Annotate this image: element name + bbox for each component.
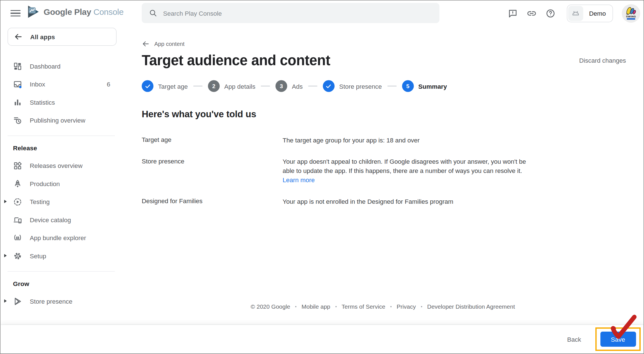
logo-text-console: Console — [93, 7, 124, 16]
step-number-circle: 3 — [276, 80, 287, 92]
footer-separator-dot — [390, 306, 392, 307]
discard-changes-button[interactable]: Discard changes — [578, 54, 627, 67]
sidebar-item-app-bundle-explorer[interactable]: App bundle explorer — [1, 229, 122, 247]
feedback-icon[interactable] — [508, 8, 518, 18]
row-value: Your app is not enrolled in the Designed… — [283, 197, 453, 206]
testing-icon — [13, 197, 22, 206]
avatar-banner — [627, 18, 635, 20]
setup-gear-icon — [13, 251, 22, 261]
footer-link-dda[interactable]: Developer Distribution Agreement — [427, 303, 515, 310]
summary-heading: Here's what you've told us — [142, 109, 627, 120]
sidebar-divider — [8, 136, 115, 136]
step-connector — [261, 86, 270, 86]
row-label: Store presence — [142, 157, 283, 185]
learn-more-link[interactable]: Learn more — [283, 175, 315, 185]
bar-chart-icon — [13, 98, 22, 107]
play-logo-icon — [27, 5, 40, 18]
step-connector — [308, 86, 317, 86]
back-arrow-icon — [142, 40, 150, 48]
top-bar-actions: Demo SWING — [508, 1, 640, 26]
publishing-overview-icon — [13, 116, 22, 125]
sidebar-item-dashboard[interactable]: Dashboard — [1, 57, 122, 75]
device-catalog-icon — [13, 215, 22, 224]
inbox-count-badge: 6 — [107, 81, 110, 88]
copyright-text: © 2020 Google — [251, 303, 290, 310]
footer-separator-dot — [335, 306, 337, 307]
sidebar-item-publishing-overview[interactable]: Publishing overview — [1, 111, 122, 130]
row-value: The target age group for your app is: 18… — [283, 136, 420, 145]
breadcrumb[interactable]: App content — [142, 40, 184, 48]
sidebar: All apps Dashboard Inbox 6 — [1, 26, 122, 325]
footer-link-terms[interactable]: Terms of Service — [342, 303, 385, 310]
sidebar-item-production[interactable]: Production — [1, 175, 122, 193]
step-done-check-icon — [323, 80, 335, 92]
avatar[interactable]: SWING — [622, 4, 640, 22]
page-title: Target audience and content — [142, 52, 330, 69]
back-button[interactable]: Back — [560, 332, 589, 347]
row-label: Designed for Families — [142, 197, 283, 206]
main-content: App content Target audience and content … — [122, 26, 644, 325]
search-input[interactable] — [163, 10, 440, 17]
sidebar-item-testing[interactable]: Testing — [1, 193, 122, 211]
avatar-text: SWING — [622, 15, 640, 18]
save-button[interactable]: Save — [600, 332, 636, 347]
summary-row-store-presence: Store presence Your app doesn't appeal t… — [142, 157, 627, 185]
stepper-step-app-details[interactable]: 2 App details — [208, 80, 255, 92]
inbox-icon — [13, 79, 22, 89]
sidebar-section-release: Release — [1, 142, 122, 157]
row-label: Target age — [142, 136, 283, 145]
stepper: Target age 2 App details 3 Ads — [142, 80, 627, 92]
all-apps-button[interactable]: All apps — [8, 28, 117, 46]
google-play-console-logo: Google Play Console — [27, 5, 124, 18]
sidebar-item-label: Production — [30, 180, 110, 187]
sidebar-item-statistics[interactable]: Statistics — [1, 93, 122, 111]
step-done-check-icon — [142, 80, 153, 92]
stepper-step-target-age[interactable]: Target age — [142, 80, 188, 92]
footer-link-privacy[interactable]: Privacy — [397, 303, 416, 310]
hamburger-menu-icon[interactable] — [11, 9, 21, 18]
app-android-icon — [568, 6, 583, 21]
summary-row-designed-for-families: Designed for Families Your app is not en… — [142, 197, 627, 206]
search-bar[interactable] — [142, 3, 439, 23]
stepper-step-ads[interactable]: 3 Ads — [276, 80, 303, 92]
all-apps-label: All apps — [30, 33, 55, 41]
step-connector — [193, 86, 202, 86]
sidebar-divider — [8, 271, 115, 272]
sidebar-nav: Dashboard Inbox 6 Statistics — [1, 57, 122, 310]
footer-separator-dot — [295, 306, 297, 307]
account-switcher[interactable]: Demo — [567, 4, 613, 22]
sidebar-item-label: App bundle explorer — [30, 234, 110, 242]
help-icon[interactable] — [545, 8, 555, 18]
bottom-action-bar: Back Save — [1, 325, 644, 354]
sidebar-item-store-presence[interactable]: Store presence — [1, 292, 122, 310]
summary-rows: Target age The target age group for your… — [142, 136, 627, 206]
stepper-step-summary[interactable]: 5 Summary — [402, 80, 447, 92]
sidebar-item-label: Setup — [30, 252, 110, 260]
expand-caret-icon[interactable] — [4, 254, 7, 257]
footer-link-mobile-app[interactable]: Mobile app — [302, 303, 330, 310]
summary-row-target-age: Target age The target age group for your… — [142, 136, 627, 145]
stepper-step-store-presence[interactable]: Store presence — [323, 80, 382, 92]
expand-caret-icon[interactable] — [4, 200, 7, 203]
expand-caret-icon[interactable] — [4, 299, 7, 303]
sidebar-item-setup[interactable]: Setup — [1, 247, 122, 265]
sidebar-item-label: Statistics — [30, 99, 110, 106]
sidebar-item-inbox[interactable]: Inbox 6 — [1, 75, 122, 93]
link-icon[interactable] — [527, 8, 537, 18]
account-name: Demo — [589, 10, 606, 17]
page-footer: © 2020 Google Mobile app Terms of Servic… — [122, 303, 644, 310]
sidebar-item-label: Testing — [30, 198, 110, 205]
search-icon — [149, 9, 157, 17]
releases-overview-icon — [13, 161, 22, 170]
sidebar-item-releases-overview[interactable]: Releases overview — [1, 157, 122, 175]
sidebar-item-label: Publishing overview — [30, 117, 110, 124]
sidebar-item-label: Device catalog — [30, 216, 110, 224]
play-console-window: Google Play Console — [0, 0, 644, 354]
production-rocket-icon — [13, 179, 22, 188]
step-number-circle: 2 — [208, 80, 220, 92]
sidebar-item-device-catalog[interactable]: Device catalog — [1, 211, 122, 229]
breadcrumb-label: App content — [154, 41, 184, 47]
inbox-unread-dot — [19, 86, 22, 88]
store-presence-icon — [13, 297, 22, 306]
dashboard-icon — [13, 62, 22, 71]
